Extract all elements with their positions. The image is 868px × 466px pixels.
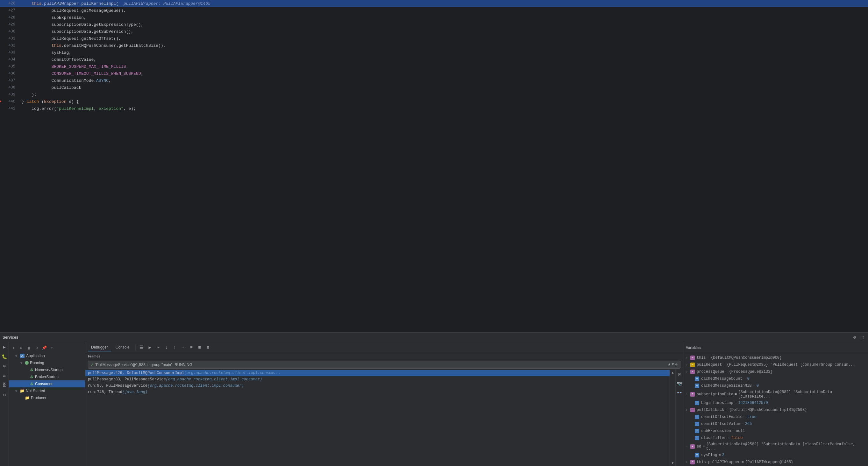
var-arrow-sd[interactable]: › [686, 445, 690, 448]
frame-item-2[interactable]: pullMessage:83, PullMessageService (org.… [85, 376, 670, 382]
var-item-pullcallback[interactable]: › = pullCallback = {DefaultMQPushConsume… [683, 406, 868, 413]
producer-folder-icon: 📁 [25, 396, 30, 400]
bottom-panel: Services ⚙ ⬚ ▶ 🐛 ⊙ ≋ 🗄 ⊡ ⇕ ⇔ ▤ ⊿ 📌 + [0, 332, 868, 466]
tree-item-application[interactable]: ▾ A Application [9, 352, 85, 360]
thread-selector[interactable]: ✓ "PullMessageService"@1,588 in group "m… [88, 361, 680, 369]
tree-expand-all-btn[interactable]: ⇕ [10, 344, 17, 351]
scroll-up-btn[interactable]: ▲ [670, 370, 675, 376]
frames-scroll-area: pullMessage:426, DefaultMQPushConsumerIm… [85, 370, 683, 466]
var-item-pullapiwrapper[interactable]: › = this.pullAPIWrapper = {PullAPIWrappe… [683, 459, 868, 466]
code-line-427: 427 pullRequest.getMessageQueue(), [0, 7, 868, 14]
settings-icon[interactable]: ⚙ [851, 334, 858, 341]
tree-arrow-notstarted: ▾ [15, 389, 20, 393]
debugger-panel: Debugger Console ☰ ▶ ↷ ↓ ↑ → ≡ ⊞ ⊟ Frame… [85, 342, 683, 466]
frame-item-1[interactable]: pullMessage:426, DefaultMQPushConsumerIm… [85, 370, 670, 376]
tree-item-namesrv[interactable]: ☘ NamesrvStartup [9, 366, 85, 373]
tree-item-consumer[interactable]: ☘ Consumer [9, 380, 85, 387]
tree-item-notstarted[interactable]: ▾ 📁 Not Started [9, 387, 85, 394]
frame-class-2: (org.apache.rocketmq.client.impl.consume… [166, 377, 262, 382]
tab-debugger[interactable]: Debugger [88, 344, 111, 351]
frames-scroll-controls: ▲ ▼ [670, 370, 675, 466]
var-item-sysflag[interactable]: = sysFlag = 3 [683, 452, 868, 459]
var-icon-classfilter: = [695, 436, 699, 440]
var-item-pullrequest[interactable]: › = pullRequest = {PullRequest@2095} "Pu… [683, 361, 868, 368]
services-header-icons: ⚙ ⬚ [851, 334, 865, 341]
code-lines: 426 this.pullAPIWrapper.pullKernelImpl( … [0, 0, 868, 332]
var-item-processqueue[interactable]: › = processQueue = {ProcessQueue@2133} [683, 368, 868, 375]
var-item-subscriptiondata[interactable]: › = subscriptionData = {SubscriptionData… [683, 389, 868, 400]
thread-filter-btn[interactable]: ⊘ [675, 362, 678, 367]
code-line-436: 436 CONSUMER_TIMEOUT_MILLIS_WHEN_SUSPEND… [0, 70, 868, 77]
tree-group-btn[interactable]: ▤ [26, 344, 32, 351]
action-icons-right: ⎘ 📷 👓 [675, 370, 683, 466]
toolbar-evaluate-icon[interactable]: ≡ [188, 344, 195, 351]
code-line-437: 437 CommunicationMode.ASYNC, [0, 77, 868, 84]
var-item-commitoffsetenable[interactable]: = commitOffsetEnable = true [683, 413, 868, 421]
frames-label: Frames [85, 353, 683, 360]
tree-toolbar: ⇕ ⇔ ▤ ⊿ 📌 + [9, 343, 85, 352]
frame-class-1: (org.apache.rocketmq.client.impl.consum.… [184, 371, 280, 375]
code-line-440: 440 ● } catch (Exception e) { [0, 98, 868, 105]
var-item-begintimestamp[interactable]: = beginTimestamp = 1621866412579 [683, 400, 868, 406]
var-icon-begintimestamp: = [695, 401, 699, 405]
terminal-icon[interactable]: ⊡ [1, 391, 8, 398]
var-item-subexpression[interactable]: = subExpression = null [683, 428, 868, 434]
toolbar-table-icon[interactable]: ⊞ [196, 344, 203, 351]
camera-icon[interactable]: 📷 [676, 380, 683, 387]
frame-item-4[interactable]: run:748, Thread (java.lang) [85, 389, 670, 395]
expand-icon[interactable]: ⬚ [859, 334, 865, 341]
toolbar-restore-icon[interactable]: ⊟ [205, 344, 211, 351]
tree-filter-btn[interactable]: ⊿ [33, 344, 40, 351]
var-arrow-pullrequest[interactable]: › [686, 363, 690, 367]
frame-method-3: run:96, PullMessageService [88, 383, 148, 388]
code-line-441: 441 log.error("pullKernelImpl, exception… [0, 105, 868, 112]
toolbar-step-into-icon[interactable]: ↓ [163, 344, 170, 351]
scroll-down-btn[interactable]: ▼ [670, 460, 675, 466]
tree-item-producer[interactable]: 📁 Producer [9, 394, 85, 401]
var-item-commitoffsetvalue[interactable]: = commitOffsetValue = 265 [683, 421, 868, 428]
tree-item-running[interactable]: ▾ Running [9, 360, 85, 366]
database-icon[interactable]: 🗄 [1, 382, 8, 389]
toolbar-menu-icon[interactable]: ☰ [138, 344, 145, 351]
services-header: Services ⚙ ⬚ [0, 333, 868, 342]
var-arrow-processqueue[interactable]: › [686, 370, 690, 374]
run-icon[interactable]: ▶ [1, 343, 8, 350]
variables-header: Variables [683, 342, 868, 353]
consumer-label: Consumer [35, 382, 53, 386]
tree-item-broker[interactable]: ☘ BrokerStartup [9, 373, 85, 380]
tree-add-btn[interactable]: + [49, 344, 55, 351]
tree-collapse-all-btn[interactable]: ⇔ [18, 344, 25, 351]
copy-frames-icon[interactable]: ⎘ [676, 371, 683, 378]
var-item-classfilter[interactable]: = classFilter = false [683, 434, 868, 441]
var-item-sd[interactable]: › = sd = {SubscriptionData@2582} "Subscr… [683, 441, 868, 452]
debug-icon[interactable]: 🐛 [1, 353, 8, 360]
var-item-cachedmsgsize[interactable]: = cachedMessageSizeInMiB = 0 [683, 382, 868, 389]
frame-item-3[interactable]: run:96, PullMessageService (org.apache.r… [85, 382, 670, 389]
tree-arrow-running: ▾ [20, 361, 25, 365]
profiler-icon[interactable]: ≋ [1, 372, 8, 379]
services-tree: ⇕ ⇔ ▤ ⊿ 📌 + ▾ A Application ▾ Running [9, 342, 85, 466]
frame-class-3: (org.apache.rocketmq.client.impl.consume… [148, 383, 244, 388]
toolbar-resume-icon[interactable]: ▶ [147, 344, 153, 351]
var-arrow-pullcallback[interactable]: › [686, 408, 690, 412]
thread-name: "PullMessageService"@1,588 in group "mai… [95, 363, 667, 367]
var-item-this[interactable]: › = this = {DefaultMQPushConsumerImpl@90… [683, 354, 868, 361]
toolbar-sep-1 [135, 345, 136, 350]
var-arrow-pullapiwrapper[interactable]: › [686, 461, 690, 464]
toolbar-step-over-icon[interactable]: ↷ [155, 344, 162, 351]
var-icon-this: = [690, 355, 695, 360]
var-item-cachedmsgcount[interactable]: = cachedMessageCount = 0 [683, 375, 868, 382]
thread-prev-btn[interactable]: ▲ [668, 362, 670, 367]
toolbar-run-to-cursor-icon[interactable]: → [180, 344, 187, 351]
tab-console[interactable]: Console [113, 344, 133, 351]
broker-service-icon: ☘ [30, 375, 34, 379]
coverage-icon[interactable]: ⊙ [1, 363, 8, 370]
var-arrow-subscriptiondata[interactable]: › [686, 393, 690, 396]
glasses-icon[interactable]: 👓 [676, 389, 683, 396]
code-line-432: 432 this.defaultMQPushConsumer.getPullBa… [0, 42, 868, 49]
toolbar-step-out-icon[interactable]: ↑ [171, 344, 178, 351]
var-arrow-this[interactable]: › [686, 356, 690, 360]
thread-next-btn[interactable]: ▼ [672, 362, 674, 367]
sidebar-left-icons: ▶ 🐛 ⊙ ≋ 🗄 ⊡ [0, 342, 9, 466]
tree-pin-btn[interactable]: 📌 [41, 344, 48, 351]
